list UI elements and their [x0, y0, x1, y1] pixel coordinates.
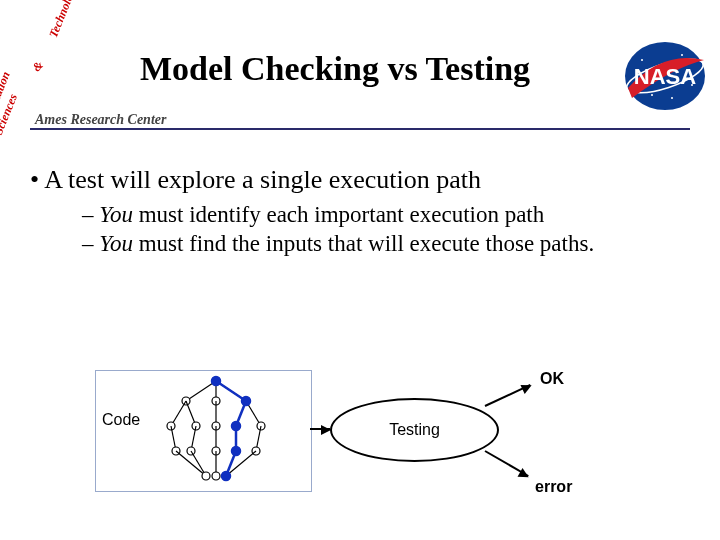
svg-point-42: [212, 472, 220, 480]
svg-point-41: [202, 472, 210, 480]
dash: –: [82, 202, 99, 227]
testing-diagram: Code Te: [95, 370, 615, 515]
svg-point-7: [671, 97, 673, 99]
svg-line-45: [216, 381, 246, 401]
svg-line-10: [186, 381, 216, 401]
bullet-1b: – You must find the inputs that will exe…: [82, 230, 690, 257]
error-label: error: [535, 478, 572, 496]
ames-label: Ames Research Center: [35, 112, 166, 128]
svg-point-5: [691, 84, 693, 86]
header-rule: [30, 128, 690, 130]
slide-header: Technology & Information Sciences Ames R…: [0, 0, 720, 128]
you-emph: You: [99, 231, 133, 256]
svg-point-8: [636, 79, 638, 81]
svg-point-6: [651, 94, 653, 96]
rest: must identify each important execution p…: [133, 202, 544, 227]
arrow-testing-to-ok: [485, 384, 531, 407]
slide-content: • A test will explore a single execution…: [30, 165, 690, 259]
ist-corner-logo: Technology & Information Sciences: [0, 15, 110, 115]
testing-oval: Testing: [330, 398, 499, 462]
nasa-logo-icon: NASA: [622, 40, 708, 112]
slide-title: Model Checking vs Testing: [140, 50, 530, 88]
testing-label: Testing: [389, 421, 440, 439]
ok-label: OK: [540, 370, 564, 388]
code-box: Code: [95, 370, 312, 492]
you-emph: You: [99, 202, 133, 227]
dash: –: [82, 231, 99, 256]
arrow-testing-to-error: [485, 450, 529, 477]
bullet-1: • A test will explore a single execution…: [30, 165, 690, 195]
arrow-code-to-testing: [310, 428, 330, 430]
execution-tree-icon: [96, 371, 311, 491]
corner-text-tech: Technology: [46, 0, 81, 40]
bullet-1a: – You must identify each important execu…: [82, 201, 690, 228]
svg-text:NASA: NASA: [634, 64, 696, 89]
svg-point-3: [641, 59, 643, 61]
svg-point-52: [222, 472, 230, 480]
rest: must find the inputs that will execute t…: [133, 231, 594, 256]
svg-point-4: [681, 54, 683, 56]
